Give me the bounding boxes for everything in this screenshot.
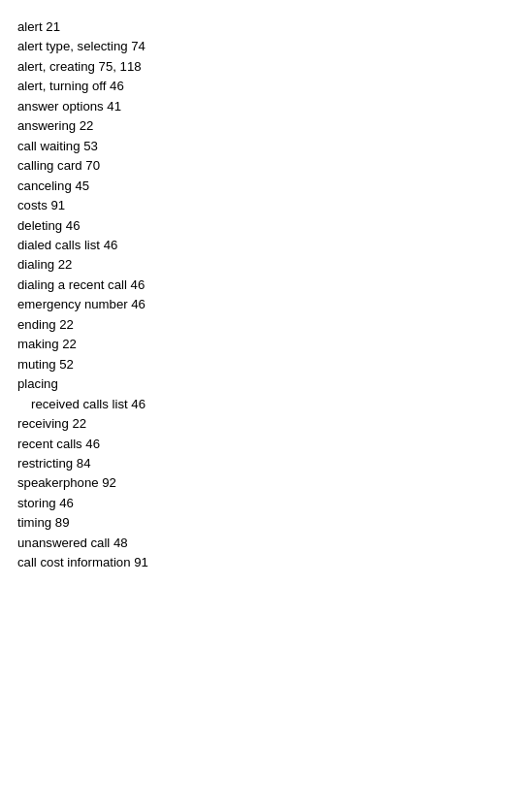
list-item: receiving 22: [17, 414, 249, 434]
list-item: dialing a recent call 46: [17, 276, 249, 295]
list-item: placing: [17, 374, 249, 394]
list-item: alert, creating 75, 118: [17, 57, 249, 77]
list-item: ending 22: [17, 315, 249, 335]
content-columns: alert 21alert type, selecting 74alert, c…: [17, 17, 500, 573]
list-item: deleting 46: [17, 216, 249, 236]
list-item: restricting 84: [17, 454, 249, 473]
list-item: costs 91: [17, 196, 249, 215]
list-item: received calls list 46: [17, 395, 249, 414]
list-item: timing 89: [17, 513, 249, 533]
list-item: dialing 22: [17, 255, 249, 275]
list-item: alert 21: [17, 17, 249, 37]
list-item: call waiting 53: [17, 137, 249, 156]
list-item: call cost information 91: [17, 553, 249, 572]
list-item: alert, turning off 46: [17, 77, 249, 96]
list-item: answering 22: [17, 116, 249, 136]
list-item: alert type, selecting 74: [17, 37, 249, 56]
list-item: unanswered call 48: [17, 534, 249, 553]
page: alert 21alert type, selecting 74alert, c…: [0, 0, 517, 812]
list-item: emergency number 46: [17, 295, 249, 314]
right-column: [259, 17, 501, 573]
list-item: making 22: [17, 335, 249, 354]
list-item: calling card 70: [17, 156, 249, 176]
left-column: alert 21alert type, selecting 74alert, c…: [17, 17, 259, 573]
list-item: canceling 45: [17, 177, 249, 196]
list-item: muting 52: [17, 355, 249, 374]
list-item: dialed calls list 46: [17, 236, 249, 255]
list-item: storing 46: [17, 494, 249, 513]
list-item: answer options 41: [17, 97, 249, 116]
list-item: recent calls 46: [17, 435, 249, 454]
list-item: speakerphone 92: [17, 473, 249, 493]
